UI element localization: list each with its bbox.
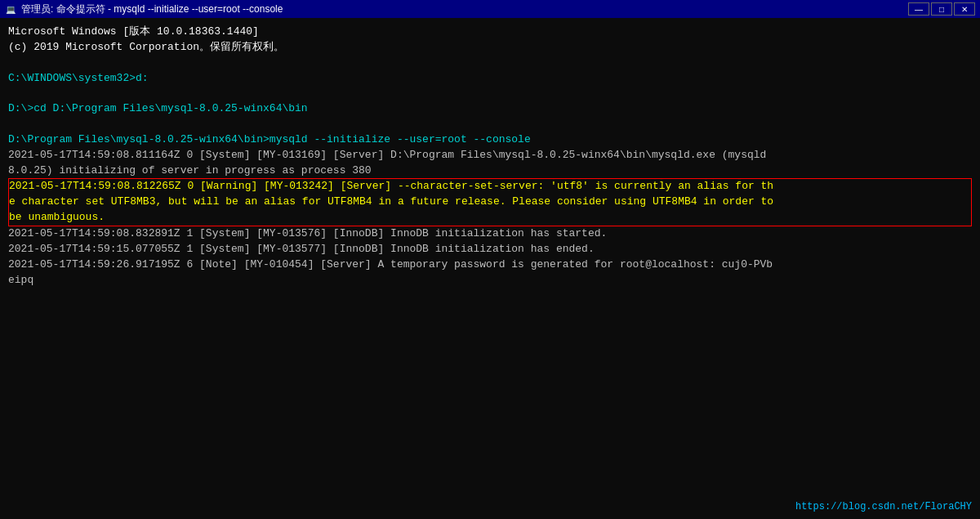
terminal-line: 2021-05-17T14:59:08.832891Z 1 [System] [… — [8, 226, 972, 242]
terminal-line: 2021-05-17T14:59:08.811164Z 0 [System] [… — [8, 148, 972, 163]
terminal-line: 8.0.25) initializing of server in progre… — [8, 163, 972, 179]
warning-line: 2021-05-17T14:59:08.812265Z 0 [Warning] … — [9, 179, 971, 195]
title-text: 管理员: 命令提示符 - mysqld --initialize --user=… — [21, 2, 283, 16]
restore-button[interactable]: □ — [931, 2, 952, 16]
terminal-line: eipq — [8, 273, 972, 289]
empty-line — [8, 117, 972, 132]
terminal-body: Microsoft Windows [版本 10.0.18363.1440](c… — [0, 18, 980, 519]
terminal-line: Microsoft Windows [版本 10.0.18363.1440] — [8, 25, 972, 40]
title-bar: 💻 管理员: 命令提示符 - mysqld --initialize --use… — [0, 0, 980, 18]
close-button[interactable]: ✕ — [954, 2, 975, 16]
empty-line — [8, 56, 972, 71]
empty-line — [8, 86, 972, 101]
terminal-line: 2021-05-17T14:59:15.077055Z 1 [System] [… — [8, 242, 972, 257]
warning-line: e character set UTF8MB3, but will be an … — [9, 195, 971, 210]
warning-block: 2021-05-17T14:59:08.812265Z 0 [Warning] … — [8, 178, 972, 226]
watermark: https://blog.csdn.net/FloraCHY — [795, 501, 972, 512]
terminal-line: C:\WINDOWS\system32>d: — [8, 71, 972, 87]
terminal-line: 2021-05-17T14:59:26.917195Z 6 [Note] [MY… — [8, 257, 972, 273]
terminal-line: D:\>cd D:\Program Files\mysql-8.0.25-win… — [8, 101, 972, 117]
terminal-line: (c) 2019 Microsoft Corporation。保留所有权利。 — [8, 40, 972, 56]
terminal-line: D:\Program Files\mysql-8.0.25-winx64\bin… — [8, 132, 972, 148]
warning-line: be unambiguous. — [9, 210, 971, 226]
title-icon: 💻 — [5, 3, 16, 15]
minimize-button[interactable]: — — [908, 2, 929, 16]
